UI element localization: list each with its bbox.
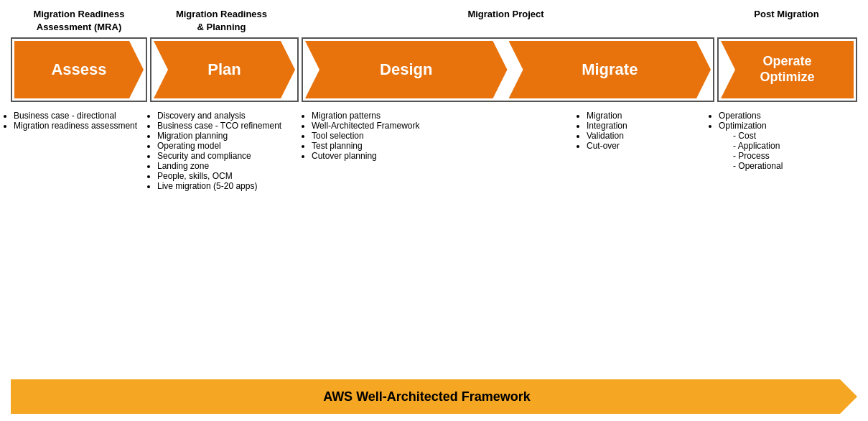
plan-bullet-7: People, skills, OCM [157,171,303,181]
header-mra: Migration Readiness Assessment (MRA) [11,7,147,33]
migrate-bullet-1: Migration [587,111,710,121]
arrows-row: Assess Plan Design Migrate [11,37,857,102]
assess-label: Assess [51,60,106,79]
design-bullets: Migration patterns Well-Architected Fram… [312,111,581,161]
post-label: OperateOptimize [760,54,814,85]
bottom-banner: AWS Well-Architected Framework [11,379,857,414]
plan-bullets: Discovery and analysis Business case - T… [157,111,303,191]
design-arrow-container: Design [305,41,508,98]
post-sub-bullets: - Cost - Application - Process - Operati… [719,131,854,171]
project-border-box: Design Migrate [302,37,714,102]
migrate-bullets: Migration Integration Validation Cut-ove… [587,111,710,151]
migrate-arrow: Migrate [509,41,711,98]
design-bullet-2: Well-Architected Framework [312,121,581,131]
main-container: Migration Readiness Assessment (MRA) Mig… [0,0,868,421]
plan-column: Discovery and analysis Business case - T… [154,111,306,372]
plan-bullet-3: Migration planning [157,131,303,141]
mra-bullet-2: Migration readiness assessment [14,121,149,131]
design-bullet-4: Test planning [312,141,581,151]
mra-bullet-1: Business case - directional [14,111,149,121]
header-post: Post Migration [716,7,857,33]
migrate-bullet-2: Integration [587,121,710,131]
assess-arrow: Assess [14,41,144,98]
migrate-column: Migration Integration Validation Cut-ove… [584,111,713,372]
plan-bullet-5: Security and compliance [157,151,303,161]
mra-border-box: Assess [11,37,147,102]
plan-border-box: Plan [150,37,299,102]
migrate-label: Migrate [582,60,638,79]
plan-bullet-2: Business case - TCO refinement [157,121,303,131]
post-sub-4: - Operational [733,161,854,171]
header-plan: Migration Readiness & Planning [147,7,296,33]
phase-headers: Migration Readiness Assessment (MRA) Mig… [11,7,857,33]
banner-arrow-shape: AWS Well-Architected Framework [11,379,857,414]
post-sub-2: - Application [733,141,854,151]
design-column: Migration patterns Well-Architected Fram… [309,111,584,372]
project-header-text: Migration Project [467,9,543,19]
post-bullets: Operations Optimization [719,111,854,131]
mra-bullets: Business case - directional Migration re… [14,111,149,131]
design-arrow: Design [305,41,508,98]
migrate-bullet-3: Validation [587,131,710,141]
plan-bullet-1: Discovery and analysis [157,111,303,121]
post-bullet-1: Operations [719,111,854,121]
banner-text: AWS Well-Architected Framework [323,389,545,404]
plan-arrow: Plan [154,41,295,98]
design-bullet-5: Cutover planning [312,151,581,161]
design-bullet-3: Tool selection [312,131,581,141]
plan-header-text2: & Planning [197,22,246,32]
plan-bullet-6: Landing zone [157,161,303,171]
columns-row: Business case - directional Migration re… [11,111,857,372]
post-bullet-2: Optimization [719,121,854,131]
migrate-arrow-container: Migrate [509,41,711,98]
mra-column: Business case - directional Migration re… [11,111,151,372]
plan-header-text: Migration Readiness [176,9,267,19]
migrate-bullet-4: Cut-over [587,141,710,151]
post-sub-1: - Cost [733,131,854,141]
mra-header-text: Migration Readiness [33,9,124,19]
header-project: Migration Project [296,7,716,33]
mra-header-text2: Assessment (MRA) [37,22,121,32]
design-bullet-1: Migration patterns [312,111,581,121]
plan-label: Plan [207,60,241,79]
design-label: Design [380,60,432,79]
plan-bullet-4: Operating model [157,141,303,151]
post-header-text: Post Migration [754,9,818,19]
post-arrow: OperateOptimize [721,41,854,98]
post-border-box: OperateOptimize [717,37,857,102]
post-sub-3: - Process [733,151,854,161]
plan-bullet-8: Live migration (5-20 apps) [157,181,303,191]
post-column: Operations Optimization - Cost - Applica… [716,111,857,372]
